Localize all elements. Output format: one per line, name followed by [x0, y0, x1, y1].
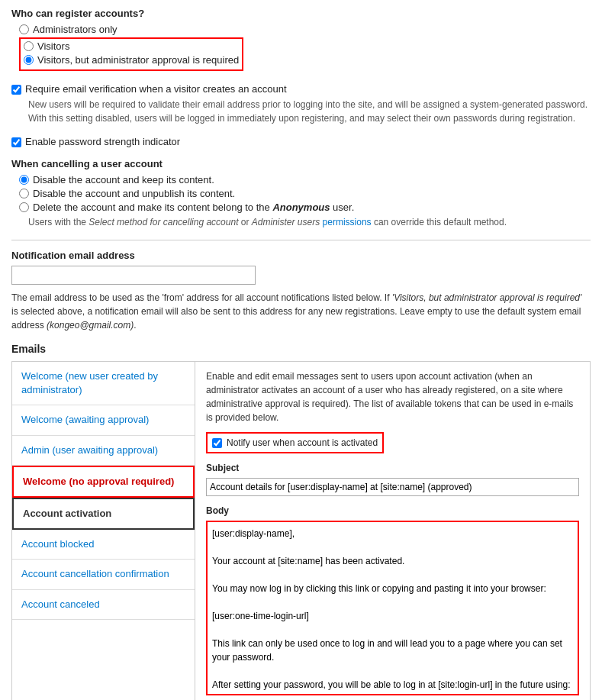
email-verification-desc: New users will be required to validate t…: [28, 98, 591, 125]
body-textarea-wrapper: [206, 521, 579, 695]
emails-sidebar: Welcome (new user created by administrat…: [12, 362, 195, 700]
cancel-label-disable-keep: Disable the account and keep its content…: [33, 174, 214, 185]
email-verification-section: Require email verification when a visito…: [11, 83, 591, 125]
cancel-radio-disable-keep[interactable]: [19, 175, 29, 185]
cancel-label-disable-unpublish: Disable the account and unpublish its co…: [33, 188, 235, 199]
email-verification-checkbox[interactable]: [11, 85, 21, 95]
register-radio-approval[interactable]: [24, 55, 34, 65]
register-option-admin: Administrators only: [19, 24, 591, 35]
register-option-approval: Visitors, but administrator approval is …: [24, 54, 239, 66]
sidebar-item-account-activation[interactable]: Account activation: [12, 498, 195, 530]
subject-input[interactable]: [206, 478, 579, 496]
register-radio-admin[interactable]: [19, 24, 29, 34]
sidebar-item-welcome-no-approval[interactable]: Welcome (no approval required): [12, 466, 195, 498]
subject-label: Subject: [206, 461, 579, 475]
sidebar-item-account-canceled[interactable]: Account canceled: [12, 590, 195, 620]
emails-container: Welcome (new user created by administrat…: [11, 361, 591, 700]
notification-email-input[interactable]: [11, 266, 256, 285]
password-strength-label: Enable password strength indicator: [25, 136, 180, 147]
emails-section: Emails Welcome (new user created by admi…: [11, 343, 591, 700]
cancel-option-disable-keep: Disable the account and keep its content…: [19, 174, 591, 185]
notification-email-title: Notification email address: [11, 250, 591, 261]
register-options: Administrators only Visitors Visitors, b…: [19, 24, 591, 73]
cancel-options: Disable the account and keep its content…: [19, 174, 591, 213]
register-section: Who can register accounts? Administrator…: [11, 8, 591, 73]
email-verification-option: Require email verification when a visito…: [11, 83, 591, 95]
cancel-label-delete-anonymous: Delete the account and make its content …: [33, 202, 354, 213]
sidebar-item-welcome-admin[interactable]: Welcome (new user created by administrat…: [12, 362, 195, 405]
password-strength-checkbox[interactable]: [11, 137, 21, 147]
register-label-admin: Administrators only: [33, 24, 118, 35]
emails-content-desc: Enable and edit email messages sent to u…: [206, 369, 579, 424]
sidebar-item-admin-awaiting[interactable]: Admin (user awaiting approval): [12, 436, 195, 466]
cancel-option-delete-anonymous: Delete the account and make its content …: [19, 202, 591, 213]
password-strength-option: Enable password strength indicator: [11, 136, 591, 147]
notify-checkbox-wrapper: Notify user when account is activated: [206, 432, 384, 453]
divider1: [11, 240, 591, 240]
emails-title: Emails: [11, 343, 591, 355]
sidebar-item-account-cancellation[interactable]: Account cancellation confirmation: [12, 560, 195, 589]
register-radio-visitors[interactable]: [24, 41, 34, 51]
cancel-account-title: When cancelling a user account: [11, 158, 591, 169]
body-label: Body: [206, 504, 579, 518]
sidebar-item-welcome-approval[interactable]: Welcome (awaiting approval): [12, 405, 195, 435]
notify-label: Notify user when account is activated: [227, 436, 378, 450]
email-verification-label: Require email verification when a visito…: [25, 83, 287, 95]
password-strength-section: Enable password strength indicator: [11, 136, 591, 147]
register-label-visitors: Visitors: [37, 40, 69, 52]
cancel-option-disable-unpublish: Disable the account and unpublish its co…: [19, 188, 591, 199]
cancel-radio-disable-unpublish[interactable]: [19, 189, 29, 198]
emails-content: Enable and edit email messages sent to u…: [195, 362, 590, 700]
register-option-visitors: Visitors: [24, 40, 239, 52]
register-highlighted: Visitors Visitors, but administrator app…: [19, 37, 243, 71]
notification-email-section: Notification email address The email add…: [11, 250, 591, 332]
body-textarea[interactable]: [208, 522, 578, 690]
register-title: Who can register accounts?: [11, 8, 591, 19]
cancel-account-section: When cancelling a user account Disable t…: [11, 158, 591, 229]
cancel-radio-delete-anonymous[interactable]: [19, 202, 29, 212]
notify-checkbox[interactable]: [212, 438, 222, 448]
register-label-approval: Visitors, but administrator approval is …: [37, 54, 239, 66]
cancel-footer: Users with the Select method for cancell…: [28, 215, 591, 229]
sidebar-item-account-blocked[interactable]: Account blocked: [12, 530, 195, 560]
notification-email-desc: The email address to be used as the 'fro…: [11, 291, 591, 332]
